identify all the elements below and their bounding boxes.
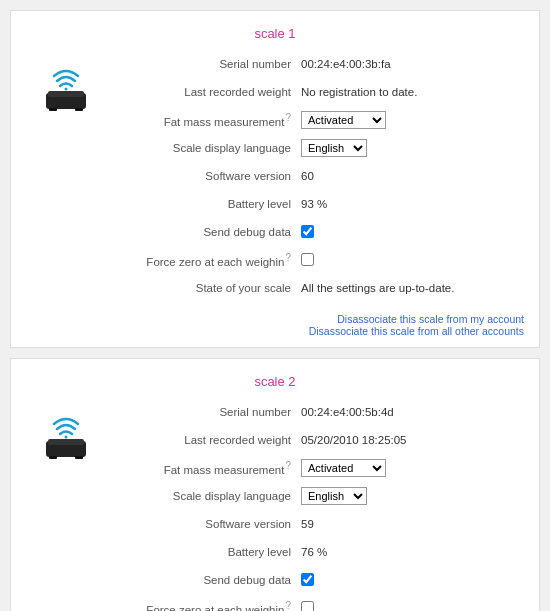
field-value [301, 601, 314, 612]
field-row: Scale display languageEnglishFrenchGerma… [106, 137, 524, 159]
field-value: 93 % [301, 198, 327, 210]
state-value: All the settings are up-to-date. [301, 282, 454, 294]
disassociate-my-account-link[interactable]: Disassociate this scale from my account [26, 313, 524, 325]
field-value: 05/20/2010 18:25:05 [301, 434, 407, 446]
field-row: Force zero at each weighin? [106, 597, 524, 611]
svg-rect-2 [48, 91, 84, 97]
field-row: Last recorded weight05/20/2010 18:25:05 [106, 429, 524, 451]
battery-level-value: 76 % [301, 546, 327, 558]
tooltip-marker: ? [285, 252, 291, 263]
field-value: 00:24:e4:00:5b:4d [301, 406, 394, 418]
field-value [301, 573, 314, 588]
force-zero-checkbox[interactable] [301, 601, 314, 612]
field-value: All the settings are up-to-date. [301, 282, 454, 294]
svg-rect-4 [75, 108, 83, 111]
field-label: Force zero at each weighin? [106, 252, 301, 268]
battery-level-value: 93 % [301, 198, 327, 210]
field-label: Scale display language [106, 142, 301, 154]
svg-rect-8 [49, 456, 57, 459]
field-row: Fat mass measurement?ActivatedDeactivate… [106, 109, 524, 131]
scale-section-1: scale 1 Serial number00:24:e4:00:3b:faLa… [10, 10, 540, 348]
serial-number-value: 00:24:e4:00:5b:4d [301, 406, 394, 418]
software-version-value: 59 [301, 518, 314, 530]
field-label: Fat mass measurement? [106, 460, 301, 476]
field-value: 60 [301, 170, 314, 182]
fat-mass-select[interactable]: ActivatedDeactivated [301, 459, 386, 477]
fat-mass-select[interactable]: ActivatedDeactivated [301, 111, 386, 129]
field-label: Last recorded weight [106, 86, 301, 98]
field-row: State of your scaleAll the settings are … [106, 277, 524, 299]
field-row: Send debug data [106, 221, 524, 243]
field-value: ActivatedDeactivated [301, 111, 386, 129]
field-value [301, 225, 314, 240]
field-row: Serial number00:24:e4:00:5b:4d [106, 401, 524, 423]
field-label: Serial number [106, 406, 301, 418]
field-label: Last recorded weight [106, 434, 301, 446]
svg-rect-9 [75, 456, 83, 459]
field-label: Software version [106, 518, 301, 530]
footer-links: Disassociate this scale from my accountD… [26, 313, 524, 337]
field-row: Serial number00:24:e4:00:3b:fa [106, 53, 524, 75]
field-row: Last recorded weightNo registration to d… [106, 81, 524, 103]
force-zero-checkbox[interactable] [301, 253, 314, 266]
svg-point-5 [65, 436, 68, 439]
field-value: EnglishFrenchGermanSpanish [301, 487, 367, 505]
disassociate-all-accounts-link[interactable]: Disassociate this scale from all other a… [26, 325, 524, 337]
tooltip-marker: ? [285, 460, 291, 471]
field-row: Software version59 [106, 513, 524, 535]
tooltip-marker: ? [285, 600, 291, 611]
debug-checkbox[interactable] [301, 573, 314, 586]
field-value: ActivatedDeactivated [301, 459, 386, 477]
field-row: Fat mass measurement?ActivatedDeactivate… [106, 457, 524, 479]
field-row: Battery level76 % [106, 541, 524, 563]
field-value: No registration to date. [301, 86, 417, 98]
language-select[interactable]: EnglishFrenchGermanSpanish [301, 139, 367, 157]
field-label: Force zero at each weighin? [106, 600, 301, 611]
language-select[interactable]: EnglishFrenchGermanSpanish [301, 487, 367, 505]
field-value [301, 253, 314, 268]
field-value: 76 % [301, 546, 327, 558]
field-value: EnglishFrenchGermanSpanish [301, 139, 367, 157]
field-label: Battery level [106, 546, 301, 558]
field-label: Scale display language [106, 490, 301, 502]
last-recorded-weight-value: 05/20/2010 18:25:05 [301, 434, 407, 446]
tooltip-marker: ? [285, 112, 291, 123]
scale-section-2: scale 2 Serial number00:24:e4:00:5b:4dLa… [10, 358, 540, 611]
scale-icon-2 [26, 401, 106, 466]
field-value: 00:24:e4:00:3b:fa [301, 58, 391, 70]
field-row: Scale display languageEnglishFrenchGerma… [106, 485, 524, 507]
scale-title-2: scale 2 [26, 374, 524, 389]
scale-icon-1 [26, 53, 106, 118]
field-label: State of your scale [106, 282, 301, 294]
field-label: Fat mass measurement? [106, 112, 301, 128]
scale-title-1: scale 1 [26, 26, 524, 41]
field-row: Send debug data [106, 569, 524, 591]
svg-rect-7 [48, 439, 84, 445]
last-recorded-weight-value: No registration to date. [301, 86, 417, 98]
field-label: Send debug data [106, 574, 301, 586]
field-label: Software version [106, 170, 301, 182]
field-row: Software version60 [106, 165, 524, 187]
debug-checkbox[interactable] [301, 225, 314, 238]
field-label: Battery level [106, 198, 301, 210]
software-version-value: 60 [301, 170, 314, 182]
field-row: Battery level93 % [106, 193, 524, 215]
serial-number-value: 00:24:e4:00:3b:fa [301, 58, 391, 70]
svg-point-0 [65, 88, 68, 91]
svg-rect-3 [49, 108, 57, 111]
field-value: 59 [301, 518, 314, 530]
field-label: Serial number [106, 58, 301, 70]
field-label: Send debug data [106, 226, 301, 238]
field-row: Force zero at each weighin? [106, 249, 524, 271]
